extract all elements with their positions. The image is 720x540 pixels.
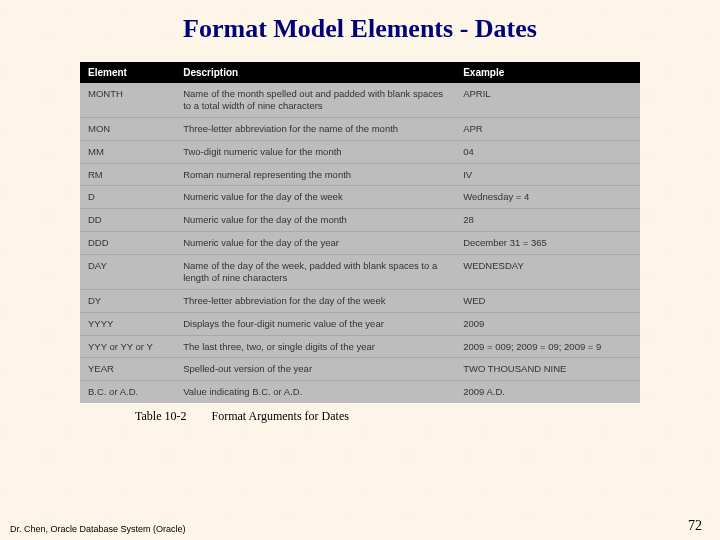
cell-element: DD — [80, 209, 175, 232]
cell-description: Numeric value for the day of the month — [175, 209, 455, 232]
cell-description: Value indicating B.C. or A.D. — [175, 381, 455, 403]
cell-description: Name of the month spelled out and padded… — [175, 83, 455, 117]
cell-element: YYYY — [80, 312, 175, 335]
table-caption: Table 10-2 Format Arguments for Dates — [135, 409, 720, 424]
cell-element: DAY — [80, 255, 175, 290]
cell-description: Displays the four-digit numeric value of… — [175, 312, 455, 335]
cell-description: Numeric value for the day of the week — [175, 186, 455, 209]
table-row: DYThree-letter abbreviation for the day … — [80, 289, 640, 312]
cell-description: Three-letter abbreviation for the day of… — [175, 289, 455, 312]
table-row: B.C. or A.D.Value indicating B.C. or A.D… — [80, 381, 640, 403]
cell-example: APRIL — [455, 83, 640, 117]
col-header-example: Example — [455, 62, 640, 83]
cell-example: December 31 = 365 — [455, 232, 640, 255]
cell-example: 04 — [455, 140, 640, 163]
format-table-container: Element Description Example MONTHName of… — [80, 62, 640, 403]
cell-description: Two-digit numeric value for the month — [175, 140, 455, 163]
cell-element: RM — [80, 163, 175, 186]
cell-example: 2009 — [455, 312, 640, 335]
format-table: Element Description Example MONTHName of… — [80, 62, 640, 403]
cell-element: YEAR — [80, 358, 175, 381]
cell-example: Wednesday = 4 — [455, 186, 640, 209]
cell-example: 2009 A.D. — [455, 381, 640, 403]
table-row: YYYYDisplays the four-digit numeric valu… — [80, 312, 640, 335]
cell-example: TWO THOUSAND NINE — [455, 358, 640, 381]
cell-element: MON — [80, 117, 175, 140]
caption-text: Format Arguments for Dates — [211, 409, 348, 423]
table-row: MONThree-letter abbreviation for the nam… — [80, 117, 640, 140]
cell-example: APR — [455, 117, 640, 140]
col-header-element: Element — [80, 62, 175, 83]
cell-element: D — [80, 186, 175, 209]
cell-element: B.C. or A.D. — [80, 381, 175, 403]
cell-example: 28 — [455, 209, 640, 232]
table-header-row: Element Description Example — [80, 62, 640, 83]
cell-element: MONTH — [80, 83, 175, 117]
page-number: 72 — [688, 518, 702, 534]
cell-example: 2009 = 009; 2009 = 09; 2009 = 9 — [455, 335, 640, 358]
table-row: MONTHName of the month spelled out and p… — [80, 83, 640, 117]
table-row: RMRoman numeral representing the monthIV — [80, 163, 640, 186]
table-row: MMTwo-digit numeric value for the month0… — [80, 140, 640, 163]
caption-number: Table 10-2 — [135, 409, 186, 423]
cell-element: MM — [80, 140, 175, 163]
cell-description: Spelled-out version of the year — [175, 358, 455, 381]
table-row: DDNumeric value for the day of the month… — [80, 209, 640, 232]
table-row: DDDNumeric value for the day of the year… — [80, 232, 640, 255]
table-row: DAYName of the day of the week, padded w… — [80, 255, 640, 290]
cell-example: IV — [455, 163, 640, 186]
table-row: YEARSpelled-out version of the yearTWO T… — [80, 358, 640, 381]
col-header-description: Description — [175, 62, 455, 83]
cell-element: DY — [80, 289, 175, 312]
page-title: Format Model Elements - Dates — [0, 0, 720, 44]
cell-description: Name of the day of the week, padded with… — [175, 255, 455, 290]
cell-description: Roman numeral representing the month — [175, 163, 455, 186]
cell-description: Three-letter abbreviation for the name o… — [175, 117, 455, 140]
cell-element: DDD — [80, 232, 175, 255]
cell-description: The last three, two, or single digits of… — [175, 335, 455, 358]
table-row: YYY or YY or YThe last three, two, or si… — [80, 335, 640, 358]
cell-example: WEDNESDAY — [455, 255, 640, 290]
cell-example: WED — [455, 289, 640, 312]
cell-description: Numeric value for the day of the year — [175, 232, 455, 255]
cell-element: YYY or YY or Y — [80, 335, 175, 358]
footer-author: Dr. Chen, Oracle Database System (Oracle… — [10, 524, 186, 534]
table-row: DNumeric value for the day of the weekWe… — [80, 186, 640, 209]
